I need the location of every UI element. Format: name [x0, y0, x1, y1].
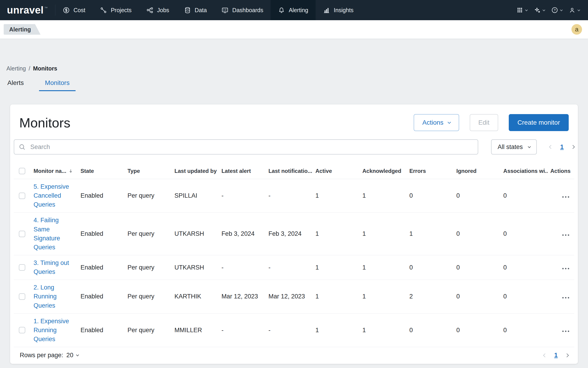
subheader: Alerting a — [0, 20, 588, 38]
cell-acknowledged: 1 — [360, 280, 407, 313]
cell-errors: 2 — [407, 280, 454, 313]
cell-type: Per query — [125, 255, 172, 280]
row-actions-button[interactable] — [561, 232, 570, 238]
col-header-last-updated-by[interactable]: Last updated by — [172, 165, 219, 179]
logo-text: unravel — [7, 4, 44, 16]
col-header-ignored[interactable]: Ignored — [454, 165, 501, 179]
cell-latest-alert: Feb 3, 2024 — [219, 212, 266, 255]
cell-state: Enabled — [78, 313, 125, 347]
nav-item-data[interactable]: Data — [177, 0, 214, 20]
col-header-monitor-name[interactable]: Monitor na... — [31, 165, 78, 179]
nav-item-alerting[interactable]: Alerting — [271, 0, 316, 20]
cell-associations: 0 — [501, 280, 548, 313]
next-page-icon[interactable] — [565, 353, 569, 357]
row-actions-button[interactable] — [561, 266, 570, 271]
monitors-table: Monitor na... State Type Last updated by… — [14, 165, 574, 347]
monitors-card: Monitors Actions Edit Create monitor All… — [10, 104, 578, 364]
nav-item-projects[interactable]: Projects — [93, 0, 139, 20]
cell-active: 1 — [313, 280, 360, 313]
chevron-down-icon — [528, 145, 531, 148]
col-header-actions: Actions — [548, 165, 574, 179]
breadcrumb: Alerting / Monitors — [6, 65, 582, 72]
table-row: 2. Long Running Queries Enabled Per quer… — [14, 280, 574, 313]
prev-page-icon[interactable] — [549, 145, 553, 149]
bell-icon — [278, 7, 285, 14]
row-actions-button[interactable] — [561, 295, 570, 300]
prev-page-icon[interactable] — [543, 353, 547, 357]
account-menu[interactable] — [566, 7, 583, 14]
col-header-latest-alert[interactable]: Latest alert — [219, 165, 266, 179]
dashboards-icon: 10 — [221, 7, 229, 14]
edit-button[interactable]: Edit — [470, 114, 498, 131]
app-logo[interactable]: unravel ™ — [0, 0, 55, 20]
tab-alerts[interactable]: Alerts — [6, 79, 25, 91]
help-menu[interactable]: ? — [548, 7, 566, 14]
sparkle-icon — [534, 7, 541, 14]
actions-button[interactable]: Actions — [414, 114, 459, 131]
page-number[interactable]: 1 — [560, 144, 564, 151]
top-nav: unravel ™ Cost Projects Jobs Data 10 Das… — [0, 0, 588, 20]
nav-label: Insights — [334, 7, 354, 14]
col-header-active[interactable]: Active — [313, 165, 360, 179]
row-checkbox[interactable] — [19, 264, 25, 271]
monitor-name-link[interactable]: 3. Timing out Queries — [34, 258, 75, 276]
cell-acknowledged: 1 — [360, 313, 407, 347]
search-input[interactable] — [30, 143, 474, 151]
sort-desc-icon[interactable] — [68, 168, 73, 174]
next-page-icon[interactable] — [571, 145, 575, 149]
monitors-table-body: 5. Expensive Cancelled Queries Enabled P… — [14, 179, 574, 347]
nav-label: Data — [195, 7, 207, 14]
cell-ignored: 0 — [454, 280, 501, 313]
cell-acknowledged: 1 — [360, 255, 407, 280]
nav-item-jobs[interactable]: Jobs — [139, 0, 177, 20]
nav-item-cost[interactable]: Cost — [55, 0, 93, 20]
apps-menu[interactable] — [513, 7, 531, 14]
row-checkbox[interactable] — [19, 327, 25, 333]
row-actions-button[interactable] — [561, 194, 570, 200]
row-checkbox[interactable] — [19, 231, 25, 237]
user-avatar[interactable]: a — [571, 24, 582, 35]
table-header-row: Monitor na... State Type Last updated by… — [14, 165, 574, 179]
table-row: 5. Expensive Cancelled Queries Enabled P… — [14, 179, 574, 212]
cell-last-notification: Mar 12, 2023 — [266, 280, 313, 313]
cell-latest-alert: - — [219, 313, 266, 347]
main-nav: Cost Projects Jobs Data 10 Dashboards Al… — [55, 0, 361, 20]
cell-type: Per query — [125, 212, 172, 255]
pagination-bottom: 1 — [544, 352, 568, 359]
monitor-name-link[interactable]: 5. Expensive Cancelled Queries — [34, 182, 75, 209]
col-header-state[interactable]: State — [78, 165, 125, 179]
tabs: Alerts Monitors — [6, 79, 582, 91]
apps-grid-icon — [516, 7, 523, 14]
cell-errors: 0 — [407, 255, 454, 280]
row-checkbox[interactable] — [19, 293, 25, 300]
page-number[interactable]: 1 — [554, 352, 558, 359]
table-row: 3. Timing out Queries Enabled Per query … — [14, 255, 574, 280]
row-actions-button[interactable] — [561, 329, 570, 334]
select-all-checkbox[interactable] — [19, 168, 25, 174]
state-filter-select[interactable]: All states — [491, 139, 537, 155]
col-header-type[interactable]: Type — [125, 165, 172, 179]
cell-type: Per query — [125, 313, 172, 347]
monitor-name-link[interactable]: 1. Expensive Running Queries — [34, 317, 75, 344]
col-header-last-notification[interactable]: Last notificatio... — [266, 165, 313, 179]
cell-ignored: 0 — [454, 255, 501, 280]
breadcrumb-parent[interactable]: Alerting — [6, 65, 26, 72]
cell-latest-alert: - — [219, 179, 266, 212]
tab-monitors[interactable]: Monitors — [39, 79, 75, 91]
chevron-down-icon — [448, 120, 451, 123]
create-monitor-button[interactable]: Create monitor — [509, 114, 569, 131]
cell-active: 1 — [313, 212, 360, 255]
monitor-name-link[interactable]: 4. Failing Same Signature Queries — [34, 216, 75, 252]
col-header-errors[interactable]: Errors — [407, 165, 454, 179]
col-header-associations[interactable]: Associations wi... — [501, 165, 548, 179]
cell-acknowledged: 1 — [360, 179, 407, 212]
whats-new-menu[interactable] — [531, 7, 548, 14]
nav-item-dashboards[interactable]: 10 Dashboards — [214, 0, 271, 20]
nav-item-insights[interactable]: Insights — [316, 0, 361, 20]
row-checkbox[interactable] — [19, 193, 25, 199]
alerting-chip[interactable]: Alerting — [4, 24, 40, 35]
monitor-name-link[interactable]: 2. Long Running Queries — [34, 283, 75, 310]
nav-label: Cost — [74, 7, 85, 14]
col-header-acknowledged[interactable]: Acknowledged — [360, 165, 407, 179]
rows-per-page-select[interactable]: Rows per page: 20 — [20, 352, 79, 359]
